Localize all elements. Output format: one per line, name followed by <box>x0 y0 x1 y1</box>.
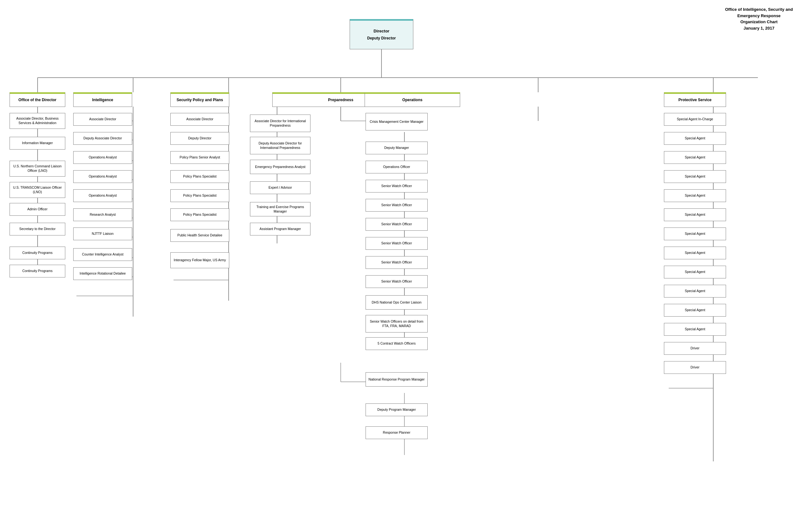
pos-prep-emergency-analyst: Emergency Preparedness Analyst <box>250 160 310 174</box>
pos-ops-senior-watch-4: Senior Watch Officer <box>365 237 427 250</box>
pos-ops-senior-watch-5: Senior Watch Officer <box>365 256 427 269</box>
pos-assoc-dir-business: Associate Director, Business Services & … <box>10 113 65 129</box>
pos-driver-1: Driver <box>664 342 726 355</box>
deputy-director-title: Deputy Director <box>367 36 396 41</box>
pos-prep-assoc-dir-intl: Associate Director for International Pre… <box>250 115 310 132</box>
pos-intel-assoc-dir: Associate Director <box>73 113 132 126</box>
pos-special-agent-3: Special Agent <box>664 170 726 183</box>
pos-ops-senior-watch-detail: Senior Watch Officers on detail from FTA… <box>365 315 427 332</box>
director-box: Director Deputy Director <box>350 19 413 49</box>
pos-special-agent-5: Special Agent <box>664 208 726 221</box>
pos-prep-deputy-assoc-intl: Deputy Associate Director for Internatio… <box>250 137 310 154</box>
pos-national-response-mgr: National Response Program Manager <box>365 372 427 387</box>
section-header-operations: Operations <box>365 92 460 107</box>
pos-special-agent-8: Special Agent <box>664 266 726 279</box>
pos-ops-senior-watch-2: Senior Watch Officer <box>365 199 427 212</box>
pos-sec-specialist-2: Policy Plans Specialist <box>170 189 229 202</box>
pos-ops-senior-watch-6: Senior Watch Officer <box>365 275 427 288</box>
pos-sec-interagency: Interagency Fellow Major, US Army <box>170 252 229 268</box>
pos-special-agent-6: Special Agent <box>664 227 726 240</box>
pos-sec-assoc-dir: Associate Director <box>170 113 229 126</box>
pos-continuity-programs-1: Continuity Programs <box>10 246 65 259</box>
section-header-office-director: Office of the Director <box>10 92 65 107</box>
pos-sec-specialist-3: Policy Plans Specialist <box>170 208 229 221</box>
pos-intel-njttf: NJTTF Liaison <box>73 227 132 240</box>
pos-ops-dhs-liaison: DHS National Ops Center Liaison <box>365 295 427 310</box>
pos-response-planner: Response Planner <box>365 426 427 439</box>
section-header-security-policy: Security Policy and Plans <box>170 92 229 107</box>
pos-sec-specialist-1: Policy Plans Specialist <box>170 170 229 183</box>
pos-intel-counter: Counter Intelligence Analyst <box>73 248 132 261</box>
pos-sec-public-health: Public Health Service Detailee <box>170 229 229 242</box>
pos-ops-deputy-manager: Deputy Manager <box>365 141 427 154</box>
pos-intel-ops-analyst-3: Operations Analyst <box>73 189 132 202</box>
pos-special-agent-11: Special Agent <box>664 323 726 336</box>
pos-driver-2: Driver <box>664 361 726 374</box>
pos-secretary-director: Secretary to the Director <box>10 223 65 236</box>
pos-intel-research-analyst: Research Analyst <box>73 208 132 221</box>
page-title: Office of Intelligence, Security and Eme… <box>725 6 793 31</box>
pos-continuity-programs-2: Continuity Programs <box>10 265 65 278</box>
pos-special-agent-2: Special Agent <box>664 151 726 164</box>
section-header-protective: Protective Service <box>664 92 726 107</box>
pos-intel-ops-analyst-1: Operations Analyst <box>73 151 132 164</box>
director-title: Director <box>374 29 389 34</box>
pos-ops-contract-watch: 5 Contract Watch Officers <box>365 337 427 350</box>
pos-ops-senior-watch-3: Senior Watch Officer <box>365 218 427 231</box>
pos-crisis-mgmt-manager: Crisis Management Center Manager <box>365 113 427 131</box>
pos-prep-asst-program-mgr: Assistant Program Manager <box>250 223 310 236</box>
pos-special-agent-10: Special Agent <box>664 304 726 317</box>
pos-prep-expert-advisor: Expert / Advisor <box>250 181 310 194</box>
section-header-intelligence: Intelligence <box>73 92 132 107</box>
org-chart: Office of Intelligence, Security and Eme… <box>0 0 812 525</box>
pos-special-agent-7: Special Agent <box>664 246 726 259</box>
pos-prep-training-manager: Training and Exercise Programs Manager <box>250 202 310 216</box>
pos-special-agent-9: Special Agent <box>664 285 726 298</box>
pos-ops-senior-watch-1: Senior Watch Officer <box>365 180 427 193</box>
pos-special-agent-1: Special Agent <box>664 132 726 145</box>
pos-us-transcom: U.S. TRANSCOM Liaison Officer (LNO) <box>10 182 65 198</box>
pos-special-agent-4: Special Agent <box>664 189 726 202</box>
pos-deputy-program-mgr: Deputy Program Manager <box>365 403 427 416</box>
pos-ops-officer: Operations Officer <box>365 161 427 174</box>
pos-special-agent-incharge: Special Agent In-Charge <box>664 113 726 126</box>
pos-sec-senior-analyst: Policy Plans Senior Analyst <box>170 151 229 164</box>
pos-intel-ops-analyst-2: Operations Analyst <box>73 170 132 183</box>
pos-us-northern: U.S. Northern Command Liaison Officer (L… <box>10 161 65 177</box>
pos-sec-deputy-dir: Deputy Director <box>170 132 229 145</box>
pos-intel-deputy-assoc: Deputy Associate Director <box>73 132 132 145</box>
pos-admin-officer: Admin Officer <box>10 203 65 216</box>
pos-intel-rotational: Intelligence Rotational Detailee <box>73 267 132 280</box>
pos-information-manager: Information Manager <box>10 137 65 150</box>
